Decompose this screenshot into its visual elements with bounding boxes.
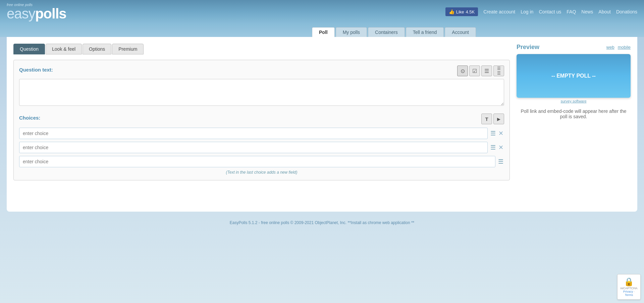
like-count: 4.5K <box>466 9 475 14</box>
tab-account[interactable]: Account <box>445 27 476 37</box>
question-label: Question text: <box>19 67 53 73</box>
empty-poll-text: -- EMPTY POLL -- <box>551 73 596 79</box>
recaptcha-badge: 🔒 reCAPTCHA Privacy · Terms <box>617 274 641 300</box>
preview-title: Preview <box>517 44 539 51</box>
choice-row-2: ☰ ✕ <box>19 142 504 153</box>
video-btn[interactable]: ▶ <box>493 114 504 124</box>
nav-tabs-bar: Poll My polls Containers Tell a friend A… <box>0 24 644 37</box>
inner-tab-options[interactable]: Options <box>83 44 111 54</box>
header-right: 👍 Like 4.5K Create account Log in Contac… <box>445 7 637 16</box>
choice-2-reorder-icon[interactable]: ☰ <box>490 143 496 152</box>
choice-3-icons: ☰ <box>497 157 504 166</box>
choice-input-3[interactable] <box>19 156 495 167</box>
choice-1-remove-icon[interactable]: ✕ <box>498 129 504 138</box>
main-container: Question Look & feel Options Premium Que… <box>7 37 637 212</box>
header-links: Create account Log in Contact us FAQ New… <box>483 9 637 14</box>
choice-1-icons: ☰ ✕ <box>490 129 504 138</box>
like-label: Like <box>456 9 464 14</box>
choices-label: Choices: <box>19 115 40 121</box>
left-panel: Question Look & feel Options Premium Que… <box>13 44 510 205</box>
choice-3-reorder-icon[interactable]: ☰ <box>497 157 504 166</box>
list-icon-btn[interactable]: ☰ <box>481 66 492 76</box>
tab-my-polls[interactable]: My polls <box>336 27 367 37</box>
web-preview-link[interactable]: web <box>606 45 614 50</box>
choice-2-icons: ☰ ✕ <box>490 143 504 152</box>
recaptcha-links: Privacy · Terms <box>620 290 638 297</box>
footer-text: EasyPolls 5.1.2 - free online polls © 20… <box>230 220 414 225</box>
contact-link[interactable]: Contact us <box>539 9 561 14</box>
choice-row-1: ☰ ✕ <box>19 128 504 139</box>
recaptcha-logo: 🔒 <box>620 277 638 287</box>
choices-header: Choices: T ▶ <box>19 114 504 124</box>
choice-2-remove-icon[interactable]: ✕ <box>498 143 504 152</box>
survey-software-link[interactable]: survey software <box>517 99 631 103</box>
preview-box: -- EMPTY POLL -- <box>517 54 631 98</box>
create-account-link[interactable]: Create account <box>483 9 515 14</box>
news-link[interactable]: News <box>581 9 593 14</box>
logo: easypolls <box>7 7 66 21</box>
recaptcha-terms-link[interactable]: Terms <box>625 293 633 297</box>
choices-icon-group: T ▶ <box>481 114 504 124</box>
about-link[interactable]: About <box>598 9 611 14</box>
inner-tabs: Question Look & feel Options Premium <box>13 44 510 54</box>
choice-input-2[interactable] <box>19 142 488 153</box>
choice-row-3: ☰ <box>19 156 504 167</box>
radio-icon-btn[interactable]: ⊙ <box>457 66 468 76</box>
right-panel: Preview web mobile -- EMPTY POLL -- surv… <box>517 44 631 205</box>
list2-icon-btn[interactable]: ☰☰ <box>493 66 504 76</box>
tab-poll[interactable]: Poll <box>312 27 335 37</box>
footer: EasyPolls 5.1.2 - free online polls © 20… <box>0 215 644 230</box>
header: free online polls easypolls 👍 Like 4.5K … <box>0 0 644 24</box>
tab-containers[interactable]: Containers <box>368 27 405 37</box>
inner-tab-premium[interactable]: Premium <box>112 44 144 54</box>
logo-easy: easy <box>7 6 35 21</box>
recaptcha-privacy-link[interactable]: Privacy <box>623 290 633 293</box>
choice-input-1[interactable] <box>19 128 488 139</box>
logo-area: free online polls easypolls <box>7 3 66 21</box>
tab-tell-a-friend[interactable]: Tell a friend <box>406 27 444 37</box>
preview-links: web mobile <box>606 45 631 50</box>
question-icon-group: ⊙ ☑ ☰ ☰☰ <box>457 66 504 76</box>
recaptcha-label: reCAPTCHA <box>620 287 638 290</box>
donations-link[interactable]: Donations <box>616 9 637 14</box>
question-textarea[interactable] <box>19 79 504 106</box>
text-format-btn[interactable]: T <box>481 114 492 124</box>
choices-section: Choices: T ▶ ☰ ✕ <box>19 114 504 175</box>
login-link[interactable]: Log in <box>521 9 533 14</box>
thumbs-up-icon: 👍 <box>449 9 454 14</box>
inner-tab-question[interactable]: Question <box>13 44 45 54</box>
choices-hint: (Text in the last choice adds a new fiel… <box>19 170 504 175</box>
embed-info: Poll link and embed-code will appear her… <box>517 109 631 119</box>
logo-polls: polls <box>35 6 66 21</box>
question-field-header: Question text: ⊙ ☑ ☰ ☰☰ <box>19 66 504 76</box>
form-section: Question text: ⊙ ☑ ☰ ☰☰ Choices: T ▶ <box>13 60 510 180</box>
checkbox-icon-btn[interactable]: ☑ <box>469 66 480 76</box>
faq-link[interactable]: FAQ <box>567 9 576 14</box>
choice-1-reorder-icon[interactable]: ☰ <box>490 129 496 138</box>
mobile-preview-link[interactable]: mobile <box>618 45 631 50</box>
inner-tab-look-feel[interactable]: Look & feel <box>46 44 82 54</box>
like-button[interactable]: 👍 Like 4.5K <box>445 7 478 16</box>
preview-header: Preview web mobile <box>517 44 631 51</box>
